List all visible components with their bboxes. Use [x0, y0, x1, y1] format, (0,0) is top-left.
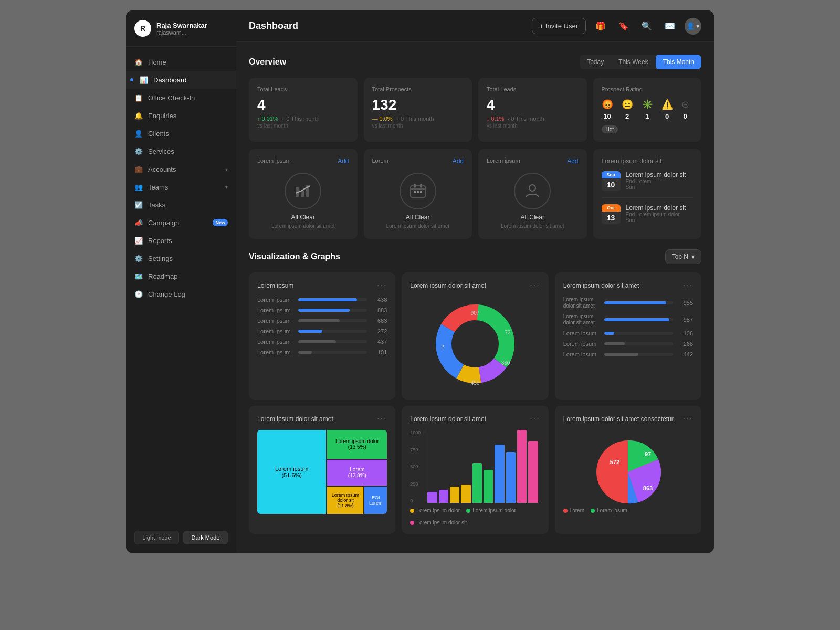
svg-rect-9 [420, 191, 422, 193]
gift-icon[interactable]: 🎁 [592, 18, 609, 35]
treemap-cell: Lorem ipsum(51.6%) [257, 430, 326, 514]
chart-title: Lorem ipsum dolor sit amet [563, 282, 639, 289]
bar-row: Lorem ipsum 101 [257, 349, 387, 355]
chart-menu-button[interactable]: ··· [683, 281, 693, 290]
svg-point-16 [457, 326, 494, 362]
bar-chart-card: Lorem ipsum ··· Lorem ipsum 70% 438 [249, 272, 395, 400]
reports-icon: 📈 [134, 236, 143, 245]
card-title: Total Leads [487, 86, 579, 92]
add-link[interactable]: Add [338, 158, 349, 165]
topbar: Dashboard + Invite User 🎁 🔖 🔍 ✉️ 👤 ▾ [236, 10, 714, 42]
event-meta: End Lorem ipsum dolor [626, 212, 694, 217]
viz-header: Visualization & Graphs Top N ▾ [249, 249, 701, 264]
new-badge: New [213, 219, 228, 226]
chart-title: Lorem ipsum dolor sit amet [410, 415, 486, 423]
svg-rect-6 [420, 184, 422, 188]
all-clear-label: All Clear [406, 214, 429, 221]
v-bar [461, 485, 470, 503]
sidebar-item-roadmap[interactable]: 🗺️ Roadmap [126, 267, 236, 285]
light-mode-button[interactable]: Light mode [134, 531, 179, 544]
user-avatar-button[interactable]: 👤 ▾ [685, 18, 701, 35]
bar-row: Lorem ipsum 70% 438 [257, 297, 387, 303]
treemap-cell: Lorem ipsum dolor sit(11.8%) [327, 487, 363, 514]
sidebar: R Raja Swarnakar rajaswarn... 🏠 Home 📊 D… [126, 10, 236, 553]
chart-menu-button[interactable]: ··· [377, 281, 387, 290]
add-link[interactable]: Add [453, 158, 464, 165]
time-filter: Today This Week This Month [580, 55, 701, 69]
svg-point-10 [529, 185, 536, 191]
sidebar-item-changelog[interactable]: 🕐 Change Log [126, 285, 236, 303]
svg-text:97: 97 [645, 451, 651, 457]
chart-menu-button[interactable]: ··· [377, 414, 387, 424]
this-week-button[interactable]: This Week [611, 55, 655, 69]
sidebar-item-services[interactable]: ⚙️ Services [126, 142, 236, 160]
bookmark-icon[interactable]: 🔖 [615, 18, 632, 35]
this-month-button[interactable]: This Month [656, 55, 701, 69]
add-link[interactable]: Add [567, 158, 578, 165]
sidebar-item-reports[interactable]: 📈 Reports [126, 232, 236, 249]
treemap-cell: Lorem(12.8%) [327, 460, 387, 486]
roadmap-icon: 🗺️ [134, 272, 143, 280]
bar-row: Lorem ipsum 442 [563, 351, 693, 358]
sidebar-item-label: Teams [148, 183, 220, 191]
treemap-card: Lorem ipsum dolor sit amet ··· Lorem ips… [249, 406, 395, 534]
dark-mode-button[interactable]: Dark Mode [183, 531, 228, 544]
v-bar [427, 492, 437, 503]
all-clear-label: All Clear [291, 214, 315, 221]
chart-menu-button[interactable]: ··· [683, 414, 693, 424]
sidebar-item-dashboard[interactable]: 📊 Dashboard [126, 71, 236, 89]
card-title: Total Prospects [372, 86, 464, 92]
card-sublabel: Lorem ipsum dolor sit amet [271, 223, 335, 229]
today-button[interactable]: Today [580, 55, 611, 69]
v-bar [528, 441, 538, 503]
calendar-icon [400, 173, 436, 209]
bar-row: Lorem ipsumdolor sit amet 987 [563, 313, 693, 326]
sidebar-item-enquiries[interactable]: 🔔 Enquiries [126, 107, 236, 124]
sidebar-item-clients[interactable]: 👤 Clients [126, 124, 236, 142]
total-leads-2-card: Total Leads 4 ↓ 0.1% - 0 This month vs l… [478, 78, 587, 142]
vbar-chart-card: Lorem ipsum dolor sit amet ··· 1000 750 … [402, 406, 548, 534]
mail-icon[interactable]: ✉️ [662, 18, 678, 35]
chart-legend: Lorem ipsum dolor Lorem ipsum dolor Lore… [410, 508, 540, 526]
sidebar-item-home[interactable]: 🏠 Home [126, 53, 236, 71]
card-value: 132 [372, 97, 464, 113]
search-icon[interactable]: 🔍 [638, 18, 655, 35]
bar-row: Lorem ipsumdolor sit amet 955 [563, 297, 693, 309]
vbar-chart: 1000 750 500 250 0 [410, 430, 540, 503]
tasks-icon: ☑️ [134, 201, 143, 209]
change-sub: + 0 This month [396, 116, 434, 122]
user-handle: rajaswarn... [156, 29, 207, 36]
card-title: Total Leads [257, 86, 349, 92]
bar-chart: Lorem ipsum 70% 438 Lorem ipsum [257, 297, 387, 355]
sidebar-item-teams[interactable]: 👥 Teams ▾ [126, 178, 236, 196]
card-value: 4 [487, 97, 579, 113]
change-sub: - 0 This month [508, 116, 544, 122]
main-content: Dashboard + Invite User 🎁 🔖 🔍 ✉️ 👤 ▾ Ove… [236, 10, 714, 553]
topn-dropdown[interactable]: Top N ▾ [665, 249, 701, 264]
chart-menu-button[interactable]: ··· [530, 281, 540, 290]
card-sublabel: Lorem ipsum dolor sit amet [501, 223, 564, 229]
chart-menu-button[interactable]: ··· [530, 414, 540, 424]
overview-header: Overview Today This Week This Month [249, 55, 701, 69]
bar-row: Lorem ipsum 883 [257, 307, 387, 313]
campaign-icon: 📣 [134, 218, 143, 227]
sidebar-item-tasks[interactable]: ☑️ Tasks [126, 196, 236, 214]
invite-user-button[interactable]: + Invite User [532, 18, 586, 34]
change-indicator: ↓ 0.1% [487, 116, 505, 122]
sidebar-item-campaign[interactable]: 📣 Campaign New [126, 214, 236, 232]
lorem-card-3: Lorem ipsum Add All Clear Lore [478, 149, 587, 239]
checkin-icon: 📋 [134, 93, 143, 102]
svg-text:2: 2 [441, 344, 444, 350]
sidebar-item-settings[interactable]: ⚙️ Settings [126, 249, 236, 267]
v-bar [472, 463, 482, 503]
bar-row: Lorem ipsum 437 [257, 339, 387, 345]
sidebar-item-office-checkin[interactable]: 📋 Office Check-In [126, 89, 236, 107]
changelog-icon: 🕐 [134, 290, 143, 298]
minus-circle-icon: ⊝ [681, 99, 689, 110]
sidebar-item-accounts[interactable]: 💼 Accounts ▾ [126, 160, 236, 178]
sidebar-item-label: Roadmap [148, 272, 228, 280]
svg-text:907: 907 [471, 310, 480, 316]
card-value: 4 [257, 97, 349, 113]
viz-grid-top: Lorem ipsum ··· Lorem ipsum 70% 438 [249, 272, 701, 400]
vs-last: vs last month [372, 123, 464, 129]
